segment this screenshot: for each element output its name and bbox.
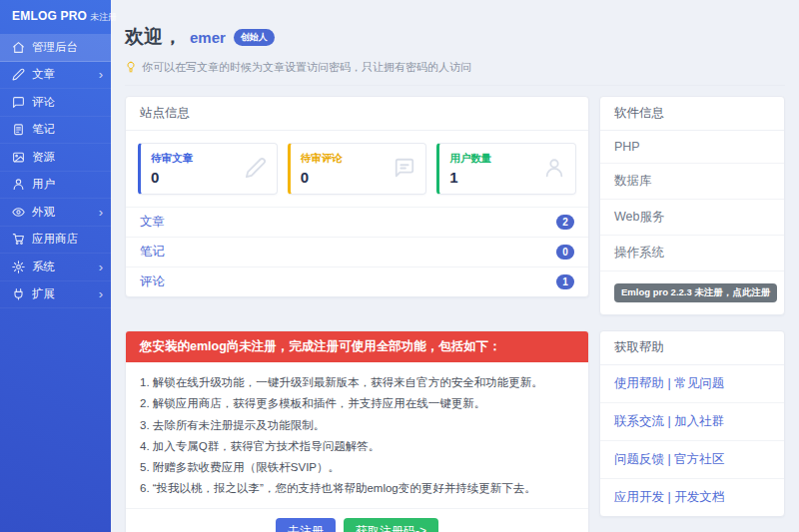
- sidebar-item-dashboard[interactable]: 管理后台: [0, 34, 111, 62]
- sidebar-item-label: 资源: [32, 150, 103, 165]
- username-link[interactable]: emer: [190, 29, 226, 46]
- count-badge: 0: [556, 245, 574, 260]
- help-title: 获取帮助: [600, 331, 784, 365]
- stat-row-label: 笔记: [140, 244, 165, 261]
- get-code-button[interactable]: 获取注册码->: [344, 518, 438, 532]
- info-row-php: PHP: [600, 131, 784, 164]
- card-label: 待审评论: [301, 152, 343, 166]
- register-notice-panel: 您安装的emlog尚未注册，完成注册可使用全部功能，包括如下： 1. 解锁在线升…: [125, 330, 589, 532]
- page-title: 欢迎，: [125, 24, 182, 50]
- extension-icon: [12, 287, 25, 300]
- version-register-badge[interactable]: Emlog pro 2.2.3 未注册，点此注册: [614, 283, 777, 302]
- sidebar-item-label: 扩展: [32, 286, 92, 301]
- tip-row: 你可以在写文章的时候为文章设置访问密码，只让拥有密码的人访问: [125, 60, 785, 86]
- store-icon: [12, 233, 25, 246]
- sidebar-item-label: 外观: [32, 205, 92, 220]
- help-link-dev-docs[interactable]: 应用开发 | 开发文档: [600, 479, 784, 516]
- dashboard-grid: 站点信息 待审文章 0 待审评论 0: [125, 96, 785, 532]
- user-icon: [543, 157, 565, 182]
- sidebar-item-label: 文章: [32, 67, 92, 82]
- sidebar-item-resources[interactable]: 资源: [0, 144, 111, 172]
- brand-unregistered-badge: 未注册: [90, 12, 117, 22]
- info-row-database: 数据库: [600, 164, 784, 200]
- stat-row-articles[interactable]: 文章 2: [126, 207, 588, 237]
- notice-item: 1. 解锁在线升级功能，一键升级到最新版本，获得来自官方的安全和功能更新。: [140, 372, 574, 393]
- sidebar-item-label: 系统: [32, 260, 92, 274]
- stat-row-comments[interactable]: 评论 1: [126, 266, 588, 296]
- sidebar-item-notes[interactable]: 笔记: [0, 117, 111, 145]
- welcome-row: 欢迎， emer 创始人: [125, 24, 785, 50]
- stat-row-notes[interactable]: 笔记 0: [126, 237, 588, 266]
- register-button[interactable]: 去注册: [276, 518, 336, 532]
- sidebar-item-label: 管理后台: [32, 40, 103, 55]
- card-text: 待审评论 0: [301, 152, 343, 186]
- stat-row-label: 评论: [140, 273, 165, 290]
- dashboard-icon: [12, 41, 25, 54]
- comment-icon: [12, 96, 25, 109]
- card-text: 待审文章 0: [151, 152, 193, 186]
- comment-icon: [394, 157, 415, 182]
- sidebar-item-system[interactable]: 系统 ›: [0, 254, 111, 281]
- pencil-icon: [245, 157, 267, 182]
- count-badge: 1: [556, 274, 574, 289]
- site-info-title: 站点信息: [126, 97, 588, 131]
- notice-item: 3. 去除所有未注册提示及功能限制。: [140, 415, 574, 436]
- chevron-right-icon: ›: [99, 206, 103, 219]
- card-value: 1: [449, 169, 491, 186]
- notice-item: 5. 附赠多款收费应用（限铁杆SVIP）。: [140, 457, 574, 478]
- sidebar-item-label: 笔记: [32, 122, 103, 137]
- sidebar-item-label: 用户: [32, 177, 103, 192]
- card-value: 0: [151, 169, 193, 186]
- sidebar-item-app-store[interactable]: 应用商店: [0, 227, 111, 255]
- brand-name: EMLOG PRO: [12, 9, 87, 23]
- sidebar-item-label: 应用商店: [32, 232, 103, 247]
- help-link-usage[interactable]: 使用帮助 | 常见问题: [600, 365, 784, 403]
- notice-body: 1. 解锁在线升级功能，一键升级到最新版本，获得来自官方的安全和功能更新。 2.…: [126, 362, 588, 508]
- info-row-web-server: Web服务: [600, 200, 784, 236]
- system-icon: [12, 261, 25, 273]
- note-icon: [12, 123, 25, 136]
- card-user-count[interactable]: 用户数量 1: [436, 143, 576, 195]
- notice-item: 6. “投我以桃，报之以李”，您的支持也将帮助emlog变的更好并持续更新下去。: [140, 478, 574, 499]
- stat-cards: 待审文章 0 待审评论 0 用户数量 1: [126, 131, 588, 207]
- article-icon: [12, 68, 25, 81]
- site-info-panel: 站点信息 待审文章 0 待审评论 0: [125, 96, 589, 297]
- notice-footer: 去注册 获取注册码->: [126, 508, 588, 532]
- role-badge: 创始人: [234, 29, 275, 46]
- notice-title: 您安装的emlog尚未注册，完成注册可使用全部功能，包括如下：: [126, 331, 588, 362]
- help-link-contact[interactable]: 联系交流 | 加入社群: [600, 403, 784, 441]
- card-value: 0: [301, 169, 343, 186]
- chevron-right-icon: ›: [99, 261, 103, 273]
- notice-item: 2. 解锁应用商店，获得更多模板和插件，并支持应用在线一键更新。: [140, 393, 574, 414]
- software-info-panel: 软件信息 PHP 数据库 Web服务 操作系统 Emlog pro 2.2.3 …: [599, 96, 785, 315]
- sidebar: EMLOG PRO未注册 管理后台 文章 › 评论 笔记 资源 用户: [0, 0, 111, 532]
- chevron-right-icon: ›: [99, 68, 103, 81]
- count-badge: 2: [556, 215, 574, 230]
- notice-item: 4. 加入专属Q群，获得官方技术指导问题解答。: [140, 436, 574, 457]
- chevron-right-icon: ›: [99, 287, 103, 300]
- card-pending-comments[interactable]: 待审评论 0: [288, 143, 427, 195]
- sidebar-item-label: 评论: [32, 95, 103, 110]
- software-info-title: 软件信息: [600, 97, 784, 131]
- sidebar-item-comments[interactable]: 评论: [0, 89, 111, 117]
- card-label: 用户数量: [449, 152, 491, 166]
- sidebar-item-appearance[interactable]: 外观 ›: [0, 199, 111, 227]
- help-link-feedback[interactable]: 问题反馈 | 官方社区: [600, 441, 784, 479]
- card-pending-articles[interactable]: 待审文章 0: [138, 143, 278, 195]
- main-content: 欢迎， emer 创始人 你可以在写文章的时候为文章设置访问密码，只让拥有密码的…: [111, 0, 799, 532]
- brand: EMLOG PRO未注册: [0, 0, 111, 32]
- user-icon: [12, 178, 25, 191]
- info-row-os: 操作系统: [600, 236, 784, 271]
- sidebar-item-articles[interactable]: 文章 ›: [0, 62, 111, 90]
- appearance-icon: [12, 206, 25, 219]
- sidebar-item-users[interactable]: 用户: [0, 172, 111, 200]
- card-label: 待审文章: [151, 152, 193, 166]
- resource-icon: [12, 151, 25, 164]
- lightbulb-icon: [125, 61, 137, 75]
- tip-text: 你可以在写文章的时候为文章设置访问密码，只让拥有密码的人访问: [142, 60, 471, 75]
- help-panel: 获取帮助 使用帮助 | 常见问题 联系交流 | 加入社群 问题反馈 | 官方社区…: [599, 330, 785, 517]
- sidebar-item-extensions[interactable]: 扩展 ›: [0, 281, 111, 309]
- sidebar-nav: 管理后台 文章 › 评论 笔记 资源 用户 外观 ›: [0, 34, 111, 308]
- card-text: 用户数量 1: [449, 152, 491, 186]
- stat-row-label: 文章: [140, 214, 165, 231]
